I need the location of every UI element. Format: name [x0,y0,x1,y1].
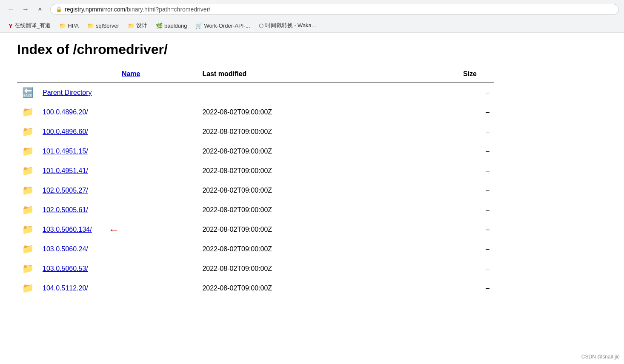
file-link[interactable]: 101.0.4951.41/ [43,167,88,174]
file-link[interactable]: 100.0.4896.20/ [43,108,88,116]
date-cell: 2022-08-02T09:00:00Z [198,220,402,239]
bookmark-wakatime[interactable]: ⬡ 时间戳转换 - Waka... [255,20,320,31]
size-cell: – [403,220,494,239]
folder-icon-hpa: 📁 [59,23,66,29]
icon-cell: 📁 [17,239,38,259]
size-cell: – [403,82,494,102]
icon-cell: 📁 [17,220,38,239]
folder-icon: 📁 [22,244,34,254]
name-cell: 101.0.4951.15/ [38,142,198,161]
folder-icon: 📁 [22,283,34,293]
folder-icon: 📁 [22,205,34,215]
name-cell: 103.0.5060.53/ [38,259,198,279]
table-row: 📁101.0.4951.41/2022-08-02T09:00:00Z– [17,161,494,181]
file-link[interactable]: 101.0.4951.15/ [43,148,88,155]
folder-icon: 📁 [22,165,34,176]
bookmark-youdao[interactable]: Y 在线翻译_有道 [5,20,54,31]
size-cell: – [403,279,494,298]
icon-cell: 📁 [17,122,38,142]
url-path: /binary.html?path=chromedriver/ [125,6,210,13]
size-col-label: Size [463,70,477,77]
browser-chrome: ← → × 🔒 registry.npmmirror.com/binary.ht… [0,0,624,33]
size-cell: – [403,181,494,200]
date-cell: 2022-08-02T09:00:00Z [198,161,402,181]
folder-icon: 📁 [22,146,34,156]
table-row: 📁100.0.4896.20/2022-08-02T09:00:00Z– [17,102,494,122]
bookmark-design[interactable]: 📁 设计 [124,20,151,31]
bookmark-baeldung[interactable]: 🌿 baeldung [152,21,191,30]
back-icon: 🔙 [22,87,34,98]
size-cell: – [403,102,494,122]
name-cell: 103.0.5060.134/← [38,220,198,239]
table-row: 📁103.0.5060.24/2022-08-02T09:00:00Z– [17,239,494,259]
bookmark-wakatime-label: 时间戳转换 - Waka... [265,22,316,29]
name-cell: 102.0.5005.61/ [38,200,198,220]
icon-cell: 📁 [17,200,38,220]
table-header-row: Name Last modified Size [17,66,494,82]
name-cell: 100.0.4896.60/ [38,122,198,142]
name-cell: 101.0.4951.41/ [38,161,198,181]
icon-cell: 📁 [17,279,38,298]
size-cell: – [403,259,494,279]
name-col-header: Name [38,66,198,82]
icon-cell: 📁 [17,181,38,200]
bookmark-workorder-label: Work-Order-API-... [204,23,250,29]
file-table: Name Last modified Size 🔙Parent Director… [17,66,494,298]
size-col-header: Size [403,66,494,82]
size-cell: – [403,142,494,161]
bookmark-sqlserver-label: sqlServer [96,23,119,29]
forward-button[interactable]: → [20,3,31,15]
date-cell: 2022-08-02T09:00:00Z [198,181,402,200]
file-link[interactable]: 102.0.5005.61/ [43,206,88,213]
file-link[interactable]: 103.0.5060.24/ [43,245,88,253]
date-cell: 2022-08-02T09:00:00Z [198,200,402,220]
date-col-label: Last modified [202,70,246,77]
table-row: 📁101.0.4951.15/2022-08-02T09:00:00Z– [17,142,494,161]
page-title: Index of /chromedriver/ [17,42,494,57]
name-cell: 100.0.4896.20/ [38,102,198,122]
table-row: 📁104.0.5112.20/2022-08-02T09:00:00Z– [17,279,494,298]
address-bar[interactable]: 🔒 registry.npmmirror.com/binary.html?pat… [50,4,619,15]
bookmark-sqlserver[interactable]: 📁 sqlServer [84,21,123,30]
annotated-entry: 103.0.5060.134/← [43,226,92,233]
name-cell: 104.0.5112.20/ [38,279,198,298]
icon-cell: 📁 [17,161,38,181]
file-link[interactable]: 104.0.5112.20/ [43,284,88,292]
folder-icon: 📁 [22,107,34,117]
close-button[interactable]: × [34,3,46,15]
name-sort-link[interactable]: Name [122,70,140,77]
size-cell: – [403,122,494,142]
folder-icon: 📁 [22,224,34,235]
icon-cell: 📁 [17,142,38,161]
date-cell: 2022-08-02T09:00:00Z [198,102,402,122]
file-link[interactable]: 103.0.5060.53/ [43,265,88,272]
workorder-icon: 🛒 [195,23,202,29]
folder-icon: 📁 [22,126,34,137]
folder-icon-sql: 📁 [87,23,94,29]
bookmark-design-label: 设计 [136,22,147,29]
folder-icon: 📁 [22,263,34,274]
folder-icon-design: 📁 [128,23,135,29]
baeldung-icon: 🌿 [156,23,163,29]
date-cell: 2022-08-02T09:00:00Z [198,259,402,279]
date-cell: 2022-08-02T09:00:00Z [198,279,402,298]
table-row: 📁100.0.4896.60/2022-08-02T09:00:00Z– [17,122,494,142]
date-col-header: Last modified [198,66,402,82]
back-button[interactable]: ← [5,3,17,15]
table-row: 📁102.0.5005.61/2022-08-02T09:00:00Z– [17,200,494,220]
file-link[interactable]: 102.0.5005.27/ [43,187,88,194]
file-link[interactable]: 103.0.5060.134/ [43,226,92,233]
size-cell: – [403,200,494,220]
bookmark-hpa[interactable]: 📁 HPA [56,21,82,30]
table-row: 📁102.0.5005.27/2022-08-02T09:00:00Z– [17,181,494,200]
date-cell [198,82,402,102]
file-link[interactable]: Parent Directory [43,89,92,96]
file-link[interactable]: 100.0.4896.60/ [43,128,88,135]
name-cell: Parent Directory [38,82,198,102]
bookmark-youdao-label: 在线翻译_有道 [14,22,51,29]
date-cell: 2022-08-02T09:00:00Z [198,142,402,161]
bookmark-workorder[interactable]: 🛒 Work-Order-API-... [192,21,253,30]
name-cell: 102.0.5005.27/ [38,181,198,200]
wakatime-icon: ⬡ [259,23,263,29]
bookmark-hpa-label: HPA [68,23,79,29]
